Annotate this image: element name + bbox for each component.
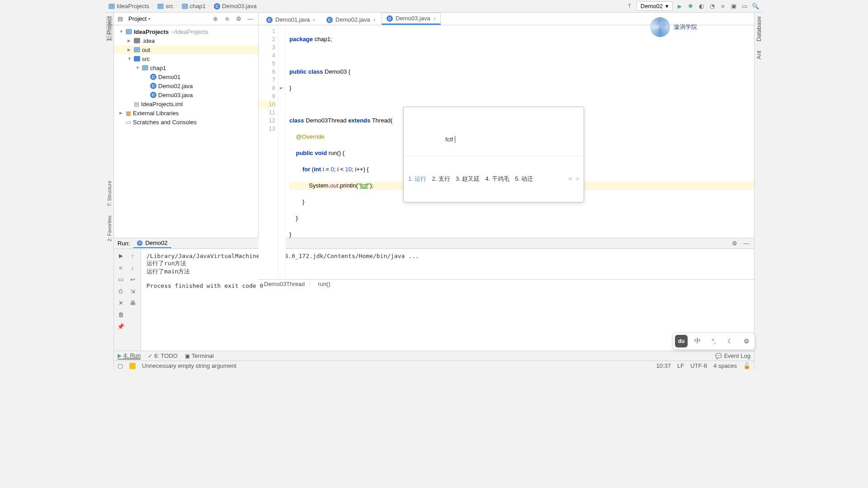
close-icon[interactable]: × <box>433 16 436 21</box>
tree-row[interactable]: ▶.idea <box>114 36 258 45</box>
breadcrumb-method[interactable]: run() <box>318 281 330 287</box>
close-icon[interactable]: × <box>313 17 316 23</box>
locate-icon[interactable]: ⊕ <box>211 15 219 23</box>
breadcrumb-item[interactable]: chap1 <box>182 3 206 9</box>
ime-settings-button[interactable]: ⚙ <box>740 335 753 347</box>
lib-icon: ▦ <box>126 110 131 117</box>
indent-setting[interactable]: 4 spaces <box>713 362 737 369</box>
close-icon[interactable]: ✕ <box>116 298 126 308</box>
ime-candidate[interactable]: 5. 动迁 <box>515 175 533 183</box>
up-icon[interactable]: ↑ <box>127 251 137 261</box>
build-icon[interactable]: ⤒ <box>626 2 634 10</box>
project-tool-tab[interactable]: 1: Project <box>106 16 113 41</box>
gutter-marks: ●↑ <box>278 25 286 279</box>
breadcrumb-item[interactable]: CDemo03.java <box>214 3 257 9</box>
tree-row[interactable]: ▶out <box>114 45 258 54</box>
tree-label: Demo03.java <box>158 92 193 99</box>
tree-row[interactable]: ▼IdeaProjects ~/IdeaProjects <box>114 27 258 36</box>
ime-input[interactable]: fctf <box>404 123 584 156</box>
structure-tool-tab[interactable]: 7: Structure <box>107 181 112 206</box>
status-message: Unnecessary empty string argument <box>142 362 236 369</box>
tree-row[interactable]: ▤IdeaProjects.iml <box>114 99 258 108</box>
left-tool-strip-lower: 7: Structure 2: Favorites <box>105 181 114 241</box>
expand-icon[interactable]: ≑ <box>223 15 231 23</box>
tree-row[interactable]: CDemo02.java <box>114 81 258 90</box>
debug-icon[interactable]: ✱ <box>686 2 694 10</box>
search-everywhere-icon[interactable]: ▭ <box>741 2 749 10</box>
todo-tab-button[interactable]: ✓ 6: TODO <box>148 352 178 359</box>
tree-row[interactable]: CDemo01 <box>114 72 258 81</box>
close-icon[interactable]: × <box>373 17 376 23</box>
trash-icon[interactable]: 🗑 <box>116 310 126 319</box>
layout-icon[interactable]: ▭ <box>116 274 126 284</box>
caret-position[interactable]: 10:37 <box>656 362 671 369</box>
tree-row[interactable]: ▶▦External Libraries <box>114 108 258 117</box>
tree-row[interactable]: CDemo03.java <box>114 90 258 99</box>
ime-candidate[interactable]: 4. 干鸡毛 <box>485 175 509 183</box>
lock-icon[interactable]: 🔓 <box>743 362 750 369</box>
tree-label: IdeaProjects <box>134 28 169 35</box>
event-log-button[interactable]: 💬 Event Log <box>715 352 750 359</box>
tab-label: Demo03.java <box>396 15 430 22</box>
ime-lang-button[interactable]: 中 <box>691 335 704 347</box>
editor-body[interactable]: 12345678910111213 ●↑ package chap1; publ… <box>259 25 754 279</box>
stop-icon[interactable]: ■ <box>116 263 126 272</box>
breadcrumb-item[interactable]: IdeaProjects <box>108 3 149 9</box>
breadcrumb-class[interactable]: Demo03Thread <box>264 281 305 287</box>
updates-icon[interactable]: ▣ <box>730 2 738 10</box>
editor-tab[interactable]: CDemo02.java× <box>321 14 381 25</box>
status-toggle-icon[interactable]: ▢ <box>118 362 123 369</box>
java-class-icon: C <box>326 17 333 23</box>
override-gutter-icon[interactable]: ●↑ <box>278 84 285 92</box>
scroll-icon[interactable]: ⇲ <box>127 286 137 296</box>
code-area[interactable]: package chap1; public class Demo03 { } c… <box>286 25 754 279</box>
ime-popup: fctf 1. 运行2. 支行3. 赵又廷4. 干鸡毛5. 动迁<> <box>403 107 584 202</box>
run-tab-button[interactable]: ▶4: Run <box>118 352 141 360</box>
ime-candidates: 1. 运行2. 支行3. 赵又廷4. 干鸡毛5. 动迁<> <box>404 172 584 186</box>
terminal-tab-button[interactable]: ▣ Terminal <box>185 352 214 359</box>
editor-tab[interactable]: CDemo01.java× <box>261 14 321 25</box>
soft-wrap-icon[interactable]: ↩ <box>127 274 137 284</box>
search-icon[interactable]: 🔍 <box>751 2 760 10</box>
folder-icon <box>134 47 140 52</box>
breadcrumb-item[interactable]: src <box>157 3 173 9</box>
database-tool-tab[interactable]: Database <box>755 16 762 42</box>
file-encoding[interactable]: UTF-8 <box>690 362 707 369</box>
favorites-tool-tab[interactable]: 2: Favorites <box>107 216 112 241</box>
ant-tool-tab[interactable]: Ant <box>755 51 762 60</box>
editor-tab[interactable]: CDemo03.java× <box>382 13 441 25</box>
ime-engine-icon[interactable]: du <box>675 335 688 347</box>
run-config-selector[interactable]: Demo02 ▾ <box>637 1 673 11</box>
ime-punct-button[interactable]: °, <box>708 335 720 347</box>
help-icon[interactable]: 📌 <box>116 321 126 331</box>
ime-theme-button[interactable]: ☾ <box>724 335 736 347</box>
print-icon[interactable]: 🖶 <box>127 298 137 308</box>
more-icon[interactable] <box>127 310 137 319</box>
ime-next-icon[interactable]: > <box>576 175 579 183</box>
rerun-icon[interactable]: ▶ <box>116 251 126 261</box>
pin-icon[interactable]: ⎙ <box>116 286 126 296</box>
stop-icon[interactable]: ■ <box>719 2 727 10</box>
ime-candidate[interactable]: 3. 赵又廷 <box>456 175 480 183</box>
hide-icon[interactable]: — <box>246 15 255 23</box>
folder-icon <box>126 29 132 34</box>
project-title[interactable]: Project ▾ <box>128 15 208 22</box>
tree-label: Demo02.java <box>158 83 193 89</box>
ime-prev-icon[interactable]: < <box>569 175 572 183</box>
gear-icon[interactable]: ⚙ <box>235 15 243 23</box>
ime-candidate[interactable]: 2. 支行 <box>432 175 450 183</box>
ime-candidate[interactable]: 1. 运行 <box>408 175 426 183</box>
run-icon[interactable]: ▶ <box>675 2 684 10</box>
scratch-icon: ▭ <box>126 119 131 126</box>
tree-row[interactable]: ▼chap1 <box>114 63 258 72</box>
line-separator[interactable]: LF <box>677 362 684 369</box>
run-title: Run: <box>118 240 130 247</box>
profile-icon[interactable]: ◔ <box>708 2 716 10</box>
run-tab[interactable]: C Demo02 <box>133 239 171 248</box>
coverage-icon[interactable]: ◐ <box>697 2 705 10</box>
java-class-icon: C <box>266 17 273 23</box>
tree-row[interactable]: ▭Scratches and Consoles <box>114 117 258 127</box>
tree-row[interactable]: ▼src <box>114 54 258 63</box>
tree-label: Scratches and Consoles <box>133 119 197 126</box>
down-icon[interactable]: ↓ <box>127 263 137 272</box>
